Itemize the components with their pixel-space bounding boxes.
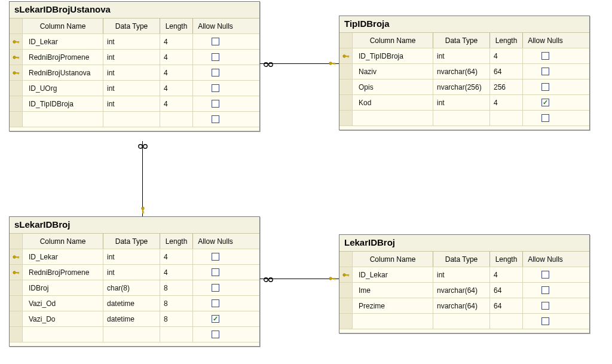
- allow-nulls-checkbox[interactable]: [212, 284, 219, 292]
- cell-data-type[interactable]: int: [103, 265, 160, 280]
- cell-length[interactable]: 4: [160, 96, 193, 111]
- cell-column-name[interactable]: Kod: [353, 95, 433, 110]
- cell-data-type[interactable]: nvarchar(64): [433, 298, 490, 313]
- cell-length[interactable]: 4: [160, 65, 193, 80]
- cell-allow-nulls[interactable]: [193, 65, 238, 80]
- row-selector[interactable]: [10, 327, 23, 342]
- cell-data-type[interactable]: int: [433, 95, 490, 110]
- allow-nulls-checkbox[interactable]: [541, 83, 549, 91]
- allow-nulls-checkbox[interactable]: [212, 38, 219, 45]
- allow-nulls-checkbox[interactable]: [541, 99, 549, 106]
- cell-allow-nulls[interactable]: [193, 265, 238, 280]
- table-row[interactable]: ID_Lekarint4: [10, 249, 259, 265]
- cell-data-type[interactable]: [433, 111, 490, 126]
- table-row[interactable]: Opisnvarchar(256)256: [339, 79, 589, 95]
- table-row[interactable]: RedniBrojPromeneint4: [10, 265, 259, 280]
- table-row[interactable]: [10, 112, 259, 127]
- cell-allow-nulls[interactable]: [523, 95, 568, 110]
- table-sLekarIDBrojUstanova[interactable]: sLekarIDBrojUstanovaColumn NameData Type…: [9, 1, 260, 131]
- cell-allow-nulls[interactable]: [523, 314, 568, 329]
- table-row[interactable]: ID_TipIDBrojaint4: [10, 96, 259, 112]
- row-selector[interactable]: [339, 95, 353, 110]
- allow-nulls-checkbox[interactable]: [212, 100, 219, 108]
- cell-length[interactable]: 64: [490, 64, 523, 79]
- row-selector[interactable]: [339, 64, 353, 79]
- cell-column-name[interactable]: [353, 314, 433, 329]
- cell-column-name[interactable]: RedniBrojPromene: [23, 265, 103, 280]
- cell-column-name[interactable]: Prezime: [353, 298, 433, 313]
- table-row[interactable]: ID_UOrgint4: [10, 81, 259, 96]
- row-selector[interactable]: [10, 311, 23, 326]
- cell-column-name[interactable]: ID_Lekar: [23, 249, 103, 264]
- cell-column-name[interactable]: Naziv: [353, 64, 433, 79]
- table-row[interactable]: [10, 327, 259, 342]
- row-selector[interactable]: [339, 111, 353, 126]
- table-row[interactable]: Nazivnvarchar(64)64: [339, 64, 589, 79]
- table-row[interactable]: Kodint4: [339, 95, 589, 111]
- cell-data-type[interactable]: datetime: [103, 311, 160, 326]
- row-selector[interactable]: [339, 48, 353, 63]
- allow-nulls-checkbox[interactable]: [212, 299, 219, 307]
- cell-length[interactable]: [490, 111, 523, 126]
- cell-data-type[interactable]: datetime: [103, 296, 160, 311]
- cell-length[interactable]: 4: [490, 267, 523, 282]
- row-selector[interactable]: [10, 81, 23, 96]
- allow-nulls-checkbox[interactable]: [541, 317, 549, 325]
- cell-data-type[interactable]: [103, 327, 160, 342]
- row-selector[interactable]: [339, 267, 353, 282]
- cell-data-type[interactable]: int: [433, 48, 490, 63]
- cell-allow-nulls[interactable]: [193, 327, 238, 342]
- cell-column-name[interactable]: RedniBrojPromene: [23, 50, 103, 65]
- cell-allow-nulls[interactable]: [193, 96, 238, 111]
- row-selector[interactable]: [10, 296, 23, 311]
- cell-length[interactable]: 8: [160, 296, 193, 311]
- table-row[interactable]: ID_Lekarint4: [10, 34, 259, 50]
- cell-column-name[interactable]: ID_Lekar: [23, 34, 103, 49]
- allow-nulls-checkbox[interactable]: [212, 331, 219, 338]
- cell-length[interactable]: 4: [160, 34, 193, 49]
- cell-allow-nulls[interactable]: [523, 298, 568, 313]
- cell-column-name[interactable]: ID_Lekar: [353, 267, 433, 282]
- table-row[interactable]: ID_TipIDBrojaint4: [339, 48, 589, 64]
- cell-allow-nulls[interactable]: [523, 267, 568, 282]
- allow-nulls-checkbox[interactable]: [541, 302, 549, 310]
- cell-allow-nulls[interactable]: [193, 280, 238, 295]
- cell-column-name[interactable]: Vazi_Do: [23, 311, 103, 326]
- cell-length[interactable]: 64: [490, 298, 523, 313]
- allow-nulls-checkbox[interactable]: [212, 53, 219, 61]
- cell-data-type[interactable]: nvarchar(256): [433, 79, 490, 94]
- cell-column-name[interactable]: [353, 111, 433, 126]
- row-selector[interactable]: [10, 96, 23, 111]
- row-selector[interactable]: [10, 50, 23, 65]
- row-selector[interactable]: [339, 79, 353, 94]
- cell-allow-nulls[interactable]: [523, 283, 568, 298]
- table-row[interactable]: Prezimenvarchar(64)64: [339, 298, 589, 314]
- cell-column-name[interactable]: ID_TipIDBroja: [23, 96, 103, 111]
- cell-data-type[interactable]: int: [103, 96, 160, 111]
- allow-nulls-checkbox[interactable]: [212, 253, 219, 261]
- row-selector[interactable]: [10, 280, 23, 295]
- cell-data-type[interactable]: int: [103, 50, 160, 65]
- allow-nulls-checkbox[interactable]: [212, 84, 219, 92]
- allow-nulls-checkbox[interactable]: [212, 69, 219, 77]
- row-selector[interactable]: [10, 34, 23, 49]
- cell-length[interactable]: 4: [160, 249, 193, 264]
- row-selector[interactable]: [10, 112, 23, 127]
- cell-column-name[interactable]: [23, 327, 103, 342]
- cell-length[interactable]: 8: [160, 311, 193, 326]
- allow-nulls-checkbox[interactable]: [541, 114, 549, 122]
- cell-column-name[interactable]: Opis: [353, 79, 433, 94]
- cell-allow-nulls[interactable]: [193, 81, 238, 96]
- cell-data-type[interactable]: int: [103, 81, 160, 96]
- cell-data-type[interactable]: int: [103, 65, 160, 80]
- cell-column-name[interactable]: Ime: [353, 283, 433, 298]
- cell-data-type[interactable]: int: [433, 267, 490, 282]
- table-row[interactable]: [339, 111, 589, 126]
- cell-data-type[interactable]: int: [103, 249, 160, 264]
- cell-allow-nulls[interactable]: [193, 311, 238, 326]
- cell-data-type[interactable]: [103, 112, 160, 127]
- cell-column-name[interactable]: ID_UOrg: [23, 81, 103, 96]
- allow-nulls-checkbox[interactable]: [541, 52, 549, 60]
- cell-length[interactable]: 4: [160, 50, 193, 65]
- table-row[interactable]: IDBrojchar(8)8: [10, 280, 259, 296]
